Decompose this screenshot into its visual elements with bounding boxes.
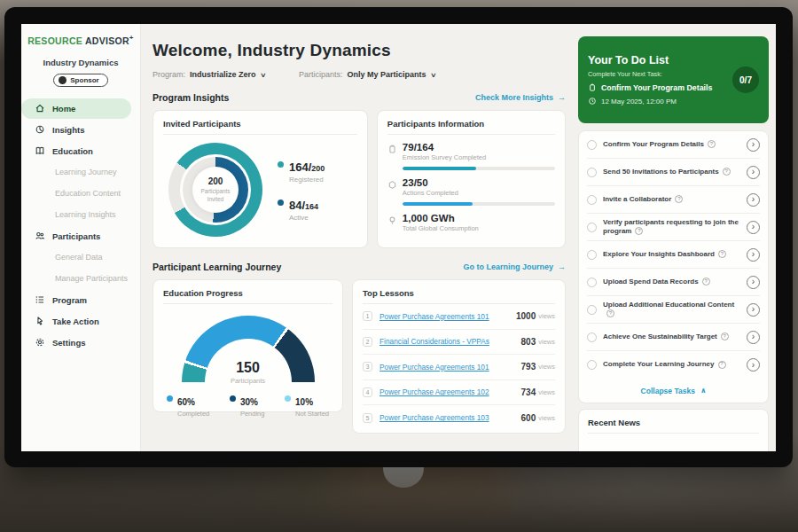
sidebar-item-home[interactable]: Home [21, 98, 131, 119]
sidebar-item-program[interactable]: Program [21, 290, 140, 310]
sidebar-item-settings[interactable]: Settings [21, 332, 140, 353]
task-checkbox[interactable] [587, 140, 597, 150]
task-row[interactable]: Confirm Your Program Details? › [587, 131, 760, 159]
check-more-insights-link[interactable]: Check More Insights → [475, 93, 566, 102]
filter-bar: Program: Industrialize Zero ∨ Participan… [153, 70, 566, 79]
task-checkbox[interactable] [587, 168, 597, 177]
arrow-right-icon: → [558, 93, 566, 102]
sidebar-item-education[interactable]: Education [21, 141, 140, 161]
sidebar-item-label: Take Action [52, 317, 99, 326]
lesson-link[interactable]: Power Purchase Agreements 101 [379, 363, 521, 372]
lesson-link[interactable]: Financial Considerations - VPPAs [379, 337, 521, 346]
task-row[interactable]: Send 50 Invitations to Participants? › [587, 159, 760, 186]
task-open-button[interactable]: › [747, 248, 760, 262]
active-dot-icon [278, 200, 284, 206]
collapse-tasks-link[interactable]: Collapse Tasks ∧ [587, 379, 760, 403]
recent-news-title: Recent News [588, 418, 759, 434]
lesson-row[interactable]: 3 Power Purchase Agreements 101 793 view… [363, 355, 555, 380]
sidebar-item-general-data[interactable]: General Data [21, 247, 140, 268]
task-checkbox[interactable] [587, 195, 597, 205]
lesson-rank: 4 [363, 387, 372, 397]
insights-cards-row: Invited Participants 200 Participants In… [153, 110, 566, 248]
task-row[interactable]: Invite a Collaborator? › [587, 186, 760, 214]
go-to-learning-journey-link[interactable]: Go to Learning Journey → [463, 262, 566, 271]
sidebar-item-learning-insights[interactable]: Learning Insights [21, 205, 140, 225]
sidebar-item-manage-participants[interactable]: Manage Participants [21, 269, 140, 289]
lesson-row[interactable]: 1 Power Purchase Agreements 101 1000 vie… [363, 304, 555, 330]
task-row[interactable]: Verify participants requesting to join t… [587, 214, 760, 241]
task-open-button[interactable]: › [747, 303, 760, 317]
task-open-button[interactable]: › [747, 276, 760, 289]
task-checkbox[interactable] [587, 278, 597, 287]
pending-dot-icon [230, 395, 236, 402]
todo-summary-card: Your To Do List Complete Your Next Task:… [578, 36, 769, 123]
task-label: Send 50 Invitations to Participants [603, 168, 719, 176]
task-open-button[interactable]: › [747, 358, 760, 372]
consumption-row: 1,000 GWh Total Global Consumption [387, 213, 555, 232]
top-lessons-card: Top Lessons 1 Power Purchase Agreements … [352, 279, 566, 434]
task-row[interactable]: Complete Your Learning Journey? › [587, 351, 760, 379]
collapse-label: Collapse Tasks [641, 387, 695, 395]
sidebar-item-take-action[interactable]: Take Action [21, 311, 140, 332]
sidebar-item-education-content[interactable]: Education Content [21, 184, 140, 204]
views-suffix: views [538, 338, 555, 346]
participants-filter[interactable]: Participants: Only My Participants ∨ [299, 70, 435, 79]
lesson-link[interactable]: Power Purchase Agreements 103 [379, 413, 521, 422]
lesson-row[interactable]: 5 Power Purchase Agreements 103 600 view… [363, 405, 555, 431]
pending-label: Pending [240, 410, 265, 418]
task-open-button[interactable]: › [747, 331, 760, 344]
lesson-row[interactable]: 2 Financial Considerations - VPPAs 803 v… [363, 330, 555, 356]
task-label: Upload Additional Educational Content [603, 301, 734, 309]
not-started-dot-icon [285, 395, 291, 402]
task-open-button[interactable]: › [747, 221, 760, 234]
task-row[interactable]: Upload Spend Data Records? › [587, 269, 760, 296]
active-value: 84/ [289, 199, 305, 212]
lesson-link[interactable]: Power Purchase Agreements 102 [379, 387, 521, 396]
pending-pct: 30% [240, 397, 258, 407]
gauge-legend: 60% Completed 30% Pending 10% Not Starte… [163, 393, 332, 418]
program-filter[interactable]: Program: Industrialize Zero ∨ [153, 70, 265, 79]
sidebar-nav: Home Insights Education Learning Journey… [21, 98, 140, 353]
task-checkbox[interactable] [587, 332, 597, 342]
task-label: Invite a Collaborator [603, 195, 671, 203]
sidebar-item-label: Insights [52, 125, 84, 135]
help-icon: ? [635, 227, 643, 235]
emission-survey-icon [387, 142, 403, 170]
app-logo: RESOURCE ADVISOR+ [21, 34, 140, 46]
task-open-button[interactable]: › [747, 166, 760, 179]
todo-due-date: 12 May 2025, 12:00 PM [601, 98, 677, 106]
help-icon: ? [721, 332, 729, 340]
task-open-button[interactable]: › [747, 138, 760, 152]
insights-icon [35, 124, 45, 135]
task-row[interactable]: Explore Your Insights Dashboard? › [587, 241, 760, 269]
logo-secondary: ADVISOR [85, 35, 129, 46]
task-checkbox[interactable] [587, 250, 597, 260]
help-icon: ? [718, 361, 726, 369]
gauge-center-label: Participants [182, 377, 315, 385]
task-label: Verify participants requesting to join t… [603, 218, 739, 235]
donut-center: 200 Participants Invited [192, 167, 239, 213]
page: { "brand": { "primary": "RESOURCE", "sec… [0, 0, 798, 532]
task-row[interactable]: Upload Additional Educational Content? › [587, 296, 760, 324]
task-checkbox[interactable] [587, 360, 597, 370]
sidebar-item-participants[interactable]: Participants [21, 226, 140, 246]
participants-icon [35, 231, 45, 241]
completed-pct: 60% [177, 397, 195, 407]
task-label: Achieve One Sustainability Target [603, 332, 717, 340]
task-open-button[interactable]: › [747, 193, 760, 207]
task-row[interactable]: Achieve One Sustainability Target? › [587, 324, 760, 351]
sidebar-item-insights[interactable]: Insights [21, 120, 140, 140]
lesson-row[interactable]: 4 Power Purchase Agreements 102 734 view… [363, 380, 555, 406]
sidebar-item-learning-journey[interactable]: Learning Journey [21, 162, 140, 183]
lesson-link[interactable]: Power Purchase Agreements 101 [379, 312, 516, 321]
program-icon [35, 294, 45, 305]
legend-active: 84/164 Active [278, 197, 325, 222]
section-title: Participant Learning Journey [153, 262, 281, 272]
task-checkbox[interactable] [587, 305, 597, 315]
todo-tasks-card: Confirm Your Program Details? › Send 50 … [578, 130, 769, 403]
todo-next-task: Confirm Your Program Details [601, 83, 712, 92]
registered-value: 164/ [289, 160, 311, 174]
task-checkbox[interactable] [587, 223, 597, 232]
views-suffix: views [538, 312, 555, 320]
emission-survey-value: 79/164 [403, 142, 555, 153]
